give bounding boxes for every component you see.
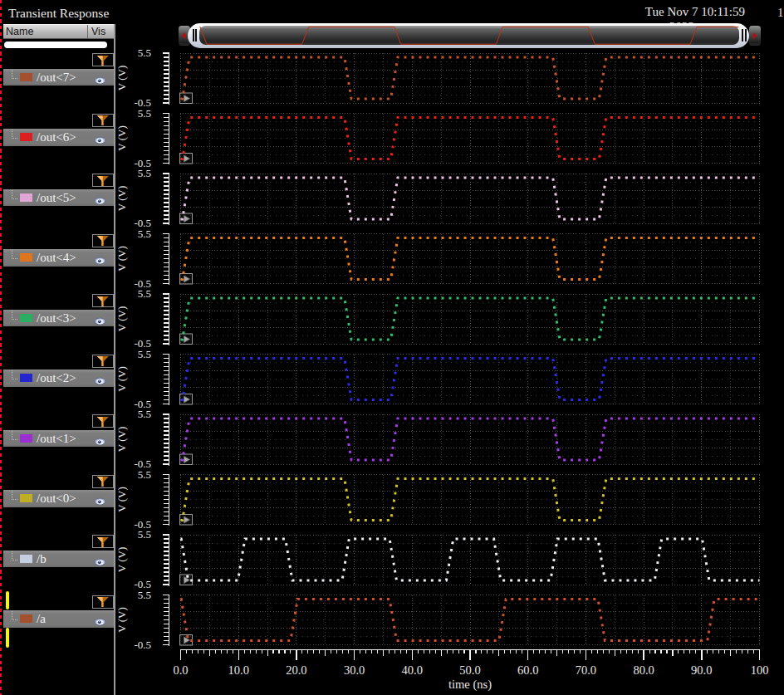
thumb-grip-right[interactable]: [742, 29, 743, 42]
strip-7: 5.5-0.5V (V): [116, 408, 762, 470]
y-max-label: 5.5: [138, 228, 151, 240]
filter-funnel-button[interactable]: [92, 234, 114, 247]
y-axis-title: V (V): [116, 125, 128, 150]
trace-/out<0>: [181, 479, 760, 521]
x-tick-label: 30.0: [344, 663, 365, 677]
signal-name[interactable]: /out<6>: [37, 130, 76, 144]
selection-marker-bar: [6, 591, 9, 610]
strip-3: 5.5-0.5V (V): [116, 167, 762, 229]
overview-waveform: [199, 26, 739, 46]
visibility-eye-icon[interactable]: [94, 73, 106, 81]
funnel-icon: [93, 476, 113, 487]
tree-branch-icon: [12, 491, 17, 500]
thumb-grip-left[interactable]: [193, 29, 194, 42]
signal-name[interactable]: /a: [37, 612, 46, 625]
signal-color-swatch[interactable]: [20, 555, 33, 563]
waveform-plot[interactable]: 5.5-0.5V (V)5.5-0.5V (V)5.5-0.5V (V)5.5-…: [116, 46, 784, 695]
trace-/out<4>: [181, 238, 760, 280]
column-header-name[interactable]: Name: [6, 26, 33, 37]
signal-name[interactable]: /b: [37, 552, 47, 565]
signal-name[interactable]: /out<5>: [37, 191, 76, 204]
y-axis-title: V (V): [116, 487, 128, 511]
y-axis-title: V (V): [116, 306, 128, 331]
filter-funnel-button[interactable]: [92, 53, 114, 66]
tree-branch-icon: [12, 431, 17, 440]
y-axis-title: V (V): [116, 427, 128, 452]
visibility-eye-icon[interactable]: [94, 314, 106, 322]
signal-color-swatch[interactable]: [20, 314, 33, 322]
x-tick-label: 50.0: [459, 663, 480, 677]
visibility-eye-icon[interactable]: [94, 434, 106, 443]
column-separator[interactable]: [87, 25, 88, 38]
x-tick-label: 40.0: [402, 663, 423, 677]
signal-filter-input[interactable]: [4, 42, 107, 49]
filter-funnel-button[interactable]: [92, 355, 114, 368]
y-max-label: 5.5: [138, 408, 151, 420]
trace-/out<6>: [181, 118, 760, 159]
overview-trace: [199, 27, 738, 44]
filter-funnel-button[interactable]: [92, 414, 114, 428]
filter-funnel-button[interactable]: [92, 595, 114, 609]
thumb-grip-left2[interactable]: [195, 29, 197, 42]
funnel-icon: [93, 235, 113, 247]
y-max-label: 5.5: [138, 107, 151, 120]
signal-name[interactable]: /out<3>: [37, 311, 76, 325]
x-tick-label: 100: [751, 663, 769, 677]
y-axis-title: V (V): [116, 366, 128, 391]
trace-/out<1>: [181, 418, 760, 460]
signal-color-swatch[interactable]: [20, 434, 33, 443]
visibility-eye-icon[interactable]: [94, 494, 106, 502]
filter-funnel-button[interactable]: [92, 174, 114, 187]
signal-color-swatch[interactable]: [20, 614, 33, 623]
signal-color-swatch[interactable]: [20, 253, 33, 262]
signal-name[interactable]: /out<1>: [37, 432, 76, 445]
thumb-grip-right2[interactable]: [745, 29, 747, 42]
y-max-label: 5.5: [138, 528, 151, 541]
visibility-eye-icon[interactable]: [94, 253, 106, 262]
signal-name[interactable]: /out<4>: [37, 251, 76, 264]
signal-name[interactable]: /out<0>: [37, 492, 76, 505]
y-max-label: 5.5: [138, 348, 151, 360]
tree-branch-icon: [12, 311, 17, 320]
column-header-vis[interactable]: Vis: [91, 26, 105, 37]
page-title: Transient Response: [8, 6, 109, 21]
hscroll-right-button[interactable]: [749, 26, 761, 46]
tree-branch-icon: [12, 190, 17, 199]
y-axis-title: V (V): [116, 547, 128, 572]
trace-/b: [181, 539, 760, 580]
y-max-label: 5.5: [138, 287, 151, 300]
visibility-eye-icon[interactable]: [94, 133, 106, 141]
left-arrow-icon: [182, 32, 185, 39]
corner-number: 1: [777, 6, 784, 20]
signal-color-swatch[interactable]: [20, 374, 33, 382]
right-arrow-icon: [753, 32, 757, 39]
visibility-eye-icon[interactable]: [94, 555, 106, 563]
tree-branch-icon: [12, 70, 17, 79]
funnel-icon: [93, 536, 113, 548]
strip-6: 5.5-0.5V (V): [116, 348, 762, 410]
x-tick-label: 70.0: [576, 663, 596, 677]
selection-dashed-border: [0, 0, 2, 695]
visibility-eye-icon[interactable]: [94, 193, 106, 202]
tree-branch-icon: [12, 370, 17, 379]
filter-funnel-button[interactable]: [92, 475, 114, 488]
filter-funnel-button[interactable]: [92, 294, 114, 307]
strip-1: 5.5-0.5V (V): [116, 46, 762, 109]
signal-name[interactable]: /out<7>: [37, 71, 76, 84]
tree-branch-icon: [12, 611, 17, 620]
signal-color-swatch[interactable]: [20, 494, 33, 502]
filter-funnel-button[interactable]: [92, 535, 114, 548]
strip-5: 5.5-0.5V (V): [116, 287, 762, 350]
visibility-eye-icon[interactable]: [94, 614, 106, 623]
y-axis-title: V (V): [116, 186, 128, 211]
signal-color-swatch[interactable]: [20, 73, 33, 81]
x-tick-label: 90.0: [691, 663, 712, 677]
signal-color-swatch[interactable]: [20, 133, 33, 141]
signal-color-swatch[interactable]: [20, 193, 33, 202]
visibility-eye-icon[interactable]: [94, 374, 106, 382]
signal-name[interactable]: /out<2>: [37, 371, 76, 384]
trace-/out<3>: [181, 298, 760, 340]
panel-separator[interactable]: [114, 24, 115, 695]
filter-funnel-button[interactable]: [92, 114, 114, 127]
strip-10: 5.5-0.5V (V): [116, 589, 762, 651]
